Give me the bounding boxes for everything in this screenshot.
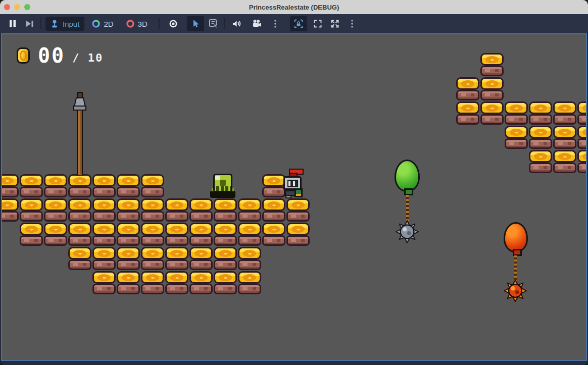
- slime-eye: [220, 180, 226, 186]
- brick-block: [44, 211, 67, 222]
- brick-block: [117, 259, 140, 270]
- next-frame-button[interactable]: [23, 16, 36, 31]
- block-unit: [189, 271, 213, 294]
- block-unit: [577, 150, 587, 173]
- fit-window-button[interactable]: [311, 16, 324, 31]
- gold-block: [20, 198, 43, 211]
- block-unit: [480, 77, 504, 100]
- gold-block: [141, 223, 164, 235]
- gold-block: [141, 247, 164, 259]
- spike-mine-red: [504, 280, 527, 302]
- gold-block: [529, 101, 552, 114]
- block-unit: [262, 223, 285, 246]
- brick-block: [20, 235, 43, 246]
- block-unit: [262, 174, 285, 197]
- brick-block: [117, 284, 140, 294]
- brick-block: [189, 284, 213, 294]
- green-balloon: [395, 160, 420, 192]
- gold-block: [262, 223, 285, 235]
- expand-window-button[interactable]: [328, 16, 341, 31]
- block-unit: [68, 198, 91, 222]
- toolbar-separator: [224, 18, 225, 29]
- block-unit: [214, 247, 237, 270]
- pause-icon: [8, 19, 18, 29]
- block-unit: [20, 223, 43, 246]
- coin-hud: 00 / 10: [17, 45, 103, 66]
- gold-block: [44, 174, 67, 187]
- gold-block: [92, 247, 116, 259]
- pause-button[interactable]: [6, 16, 19, 31]
- brick-block: [92, 211, 116, 222]
- select-3d-button[interactable]: 3D: [121, 17, 153, 31]
- gold-block: [577, 126, 587, 138]
- window-title: PrincessRealestate (DEBUG): [249, 4, 339, 11]
- game-viewport[interactable]: 00 / 10: [1, 33, 587, 361]
- brick-block: [529, 114, 552, 125]
- brick-block: [165, 211, 188, 222]
- gold-block: [480, 101, 504, 114]
- brick-block: [189, 259, 213, 270]
- gold-block: [92, 223, 116, 235]
- block-unit: [553, 126, 576, 149]
- block-unit: [44, 198, 67, 222]
- brick-block: [553, 138, 576, 149]
- block-unit: [117, 271, 140, 294]
- block-unit: [456, 77, 479, 100]
- gold-block: [189, 198, 213, 211]
- more-options-button[interactable]: [269, 16, 282, 31]
- input-mode-button[interactable]: Input: [45, 17, 84, 31]
- brick-block: [262, 235, 285, 246]
- block-unit: [141, 198, 164, 222]
- gold-block: [262, 198, 285, 211]
- close-button[interactable]: [4, 4, 10, 10]
- brick-block: [68, 211, 91, 222]
- block-unit: [577, 126, 587, 149]
- brick-block: [456, 90, 479, 100]
- gold-block: [214, 223, 237, 235]
- gold-block: [553, 101, 576, 114]
- select-2d-button[interactable]: 2D: [86, 17, 118, 31]
- gold-block: [1, 198, 19, 211]
- titlebar[interactable]: PrincessRealestate (DEBUG): [0, 0, 588, 14]
- brick-block: [141, 235, 164, 246]
- brick-block: [117, 211, 140, 222]
- block-unit: [480, 101, 504, 125]
- gold-block: [480, 53, 504, 66]
- knight-boot: [285, 195, 291, 198]
- pick-cursor-button[interactable]: [187, 16, 204, 31]
- brick-block: [456, 114, 479, 125]
- block-unit: [20, 198, 43, 222]
- gold-block: [44, 223, 67, 235]
- brick-block: [92, 187, 116, 197]
- camera-override-button[interactable]: [251, 16, 264, 31]
- block-unit: [141, 247, 164, 270]
- mute-audio-button[interactable]: [230, 16, 243, 31]
- game-toolbar: Input 2D 3D: [0, 14, 588, 33]
- pick-list-button[interactable]: [207, 16, 220, 31]
- brick-block: [68, 235, 91, 246]
- block-unit: [44, 174, 67, 197]
- brick-block: [165, 235, 188, 246]
- block-unit: [165, 223, 188, 246]
- gold-block: [456, 101, 479, 114]
- camera-lock-button[interactable]: [290, 16, 307, 31]
- coin-total: / 10: [72, 47, 103, 64]
- knight-visor: [287, 180, 298, 187]
- block-unit: [1, 198, 19, 222]
- block-unit: [165, 198, 188, 222]
- embed-options-button[interactable]: [346, 16, 359, 31]
- block-unit: [44, 223, 67, 246]
- zoom-button[interactable]: [24, 4, 30, 10]
- gold-block: [68, 174, 91, 187]
- brick-block: [286, 211, 310, 222]
- select-3d-label: 3D: [138, 20, 148, 28]
- visibility-button[interactable]: [167, 16, 180, 31]
- brick-block: [44, 235, 67, 246]
- cursor-icon: [190, 19, 201, 29]
- minimize-button[interactable]: [14, 4, 20, 10]
- block-unit: [189, 247, 213, 270]
- gold-block: [577, 101, 587, 114]
- brick-block: [480, 114, 504, 125]
- brick-block: [553, 114, 576, 125]
- brick-block: [189, 235, 213, 246]
